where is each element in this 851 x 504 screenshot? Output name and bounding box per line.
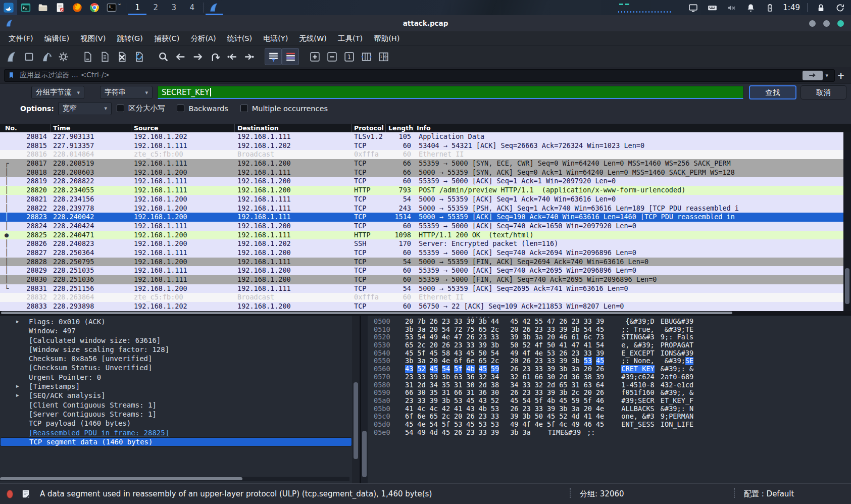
file-manager-icon[interactable] xyxy=(34,0,52,15)
hex-byte[interactable]: 54 xyxy=(584,326,592,334)
workspace-4[interactable]: 4 xyxy=(183,0,201,15)
lock-icon[interactable] xyxy=(815,2,827,14)
hex-byte[interactable]: 30 xyxy=(491,389,499,397)
ascii-char[interactable]: R xyxy=(665,341,669,349)
find-type-select[interactable]: 字符串 ▾ xyxy=(100,86,153,99)
ascii-char[interactable]: : xyxy=(669,333,673,341)
hex-byte[interactable]: 23 xyxy=(466,429,474,437)
detail-line-0[interactable]: ▸Flags: 0x010 (ACK) xyxy=(0,317,352,326)
menu-go[interactable]: 跳转(G) xyxy=(111,32,148,45)
detail-line-10[interactable]: [Server Contiguous Streams: 1] xyxy=(0,410,352,419)
ascii-char[interactable]: A xyxy=(677,341,681,349)
ascii-char[interactable]: 3 xyxy=(650,333,655,341)
hex-byte[interactable]: 33 xyxy=(491,413,499,421)
hex-byte[interactable]: 34 xyxy=(430,381,438,389)
detail-line-9[interactable]: [Client Contiguous Streams: 1] xyxy=(0,400,352,410)
hex-byte[interactable]: 20 xyxy=(430,341,438,349)
hex-byte[interactable]: 44 xyxy=(491,318,499,326)
ascii-char[interactable]: ; xyxy=(650,341,655,349)
ascii-char[interactable]: 1 xyxy=(638,381,642,389)
workspace-3[interactable]: 3 xyxy=(165,0,183,15)
hex-byte[interactable]: 20 xyxy=(430,357,438,365)
hex-byte[interactable]: 5f xyxy=(417,349,425,358)
hex-byte[interactable]: 42 xyxy=(522,318,530,326)
ascii-char[interactable]: , xyxy=(681,389,685,397)
hex-byte[interactable]: 54 xyxy=(596,341,604,349)
ascii-char[interactable] xyxy=(638,413,642,421)
hex-byte[interactable]: 39 xyxy=(479,341,487,349)
ascii-char[interactable]: A xyxy=(685,341,689,349)
ascii-char[interactable]: P xyxy=(661,341,665,349)
ascii-char[interactable]: ; xyxy=(665,413,669,421)
hex-byte[interactable]: 4e xyxy=(596,405,604,413)
zoom-original-button[interactable]: 1 xyxy=(340,48,358,65)
hex-byte[interactable]: 3b xyxy=(405,326,413,334)
ascii-char[interactable]: 3 xyxy=(642,341,646,349)
ascii-char[interactable]: - xyxy=(646,381,650,389)
ascii-char[interactable]: E xyxy=(621,349,625,358)
hex-byte[interactable]: 23 xyxy=(479,413,487,421)
ascii-char[interactable]: L xyxy=(677,421,681,429)
hex-byte[interactable]: 20 xyxy=(510,357,518,365)
ascii-char[interactable]: & xyxy=(661,389,665,397)
packet-row-28819[interactable]: │28819228.208822192.168.1.111192.168.1.2… xyxy=(0,177,843,186)
ascii-char[interactable]: A xyxy=(685,413,689,421)
ascii-char[interactable]: e xyxy=(621,341,625,349)
hex-byte[interactable]: 20 xyxy=(584,365,592,373)
hex-byte[interactable]: 54 xyxy=(491,349,499,358)
hex-byte[interactable]: 20 xyxy=(584,405,592,413)
column-header-protocol[interactable]: Protocol xyxy=(352,124,386,132)
ascii-char[interactable]: ; xyxy=(621,357,625,365)
hex-byte[interactable]: 61 xyxy=(571,333,579,341)
layout-button[interactable]: 123 xyxy=(375,48,392,65)
hex-byte[interactable]: 4e xyxy=(535,421,543,429)
battery-icon[interactable] xyxy=(764,2,776,14)
apply-filter-button[interactable] xyxy=(803,71,823,80)
hex-byte[interactable]: 39 xyxy=(596,373,604,381)
hex-byte[interactable]: 33 xyxy=(417,397,425,405)
ascii-char[interactable]: K xyxy=(642,365,646,373)
ascii-char[interactable]: # xyxy=(646,413,650,421)
hex-byte[interactable]: 20 xyxy=(547,333,555,341)
hex-byte[interactable]: 52 xyxy=(491,397,499,405)
ascii-char[interactable]: r xyxy=(638,326,642,334)
hex-byte[interactable]: 30 xyxy=(417,389,425,397)
packet-row-28824[interactable]: │28824228.240424192.168.1.111192.168.1.2… xyxy=(0,222,843,231)
ascii-char[interactable]: & xyxy=(661,405,665,413)
hex-byte[interactable]: 33 xyxy=(417,373,425,381)
hex-byte[interactable]: 53 xyxy=(584,357,592,365)
ascii-char[interactable]: n xyxy=(625,413,629,421)
hex-byte[interactable]: 26 xyxy=(559,349,567,358)
hex-byte[interactable]: 65 xyxy=(559,381,567,389)
ascii-char[interactable]: # xyxy=(681,349,685,358)
hex-byte[interactable]: 32 xyxy=(535,381,543,389)
hex-byte[interactable]: 6c xyxy=(584,333,592,341)
stop-capture-button[interactable] xyxy=(20,48,37,65)
details-hscrollbar[interactable] xyxy=(0,477,349,481)
ascii-char[interactable]: 9 xyxy=(642,318,646,326)
hex-byte[interactable]: 26 xyxy=(466,413,474,421)
zoom-in-button[interactable] xyxy=(306,48,323,65)
hex-byte[interactable]: 33 xyxy=(535,405,543,413)
hex-byte[interactable]: 4c xyxy=(430,405,438,413)
hex-byte[interactable]: 45 xyxy=(405,421,413,429)
ascii-char[interactable]: 9 xyxy=(689,318,693,326)
ascii-char[interactable]: & xyxy=(677,318,681,326)
ascii-char[interactable]: ; xyxy=(677,365,681,373)
ascii-char[interactable]: 6 xyxy=(642,373,646,381)
hex-byte[interactable]: 53 xyxy=(405,333,413,341)
hex-byte[interactable]: 49 xyxy=(571,421,579,429)
ascii-char[interactable]: P xyxy=(646,349,650,358)
ascii-char[interactable]: _ xyxy=(638,365,642,373)
hex-byte[interactable]: 4b xyxy=(547,397,555,405)
ascii-char[interactable]: E xyxy=(642,349,646,358)
hex-byte[interactable]: 52 xyxy=(417,365,425,373)
hex-byte[interactable]: 3b xyxy=(442,397,450,405)
hex-byte[interactable]: 5f xyxy=(547,421,555,429)
maximize-button[interactable] xyxy=(823,20,830,27)
hex-byte[interactable]: 26 xyxy=(522,357,530,365)
ascii-char[interactable]: ; xyxy=(677,389,681,397)
ascii-char[interactable]: Y xyxy=(650,365,655,373)
ascii-char[interactable]: I xyxy=(681,421,685,429)
ascii-char[interactable]: # xyxy=(669,357,673,365)
